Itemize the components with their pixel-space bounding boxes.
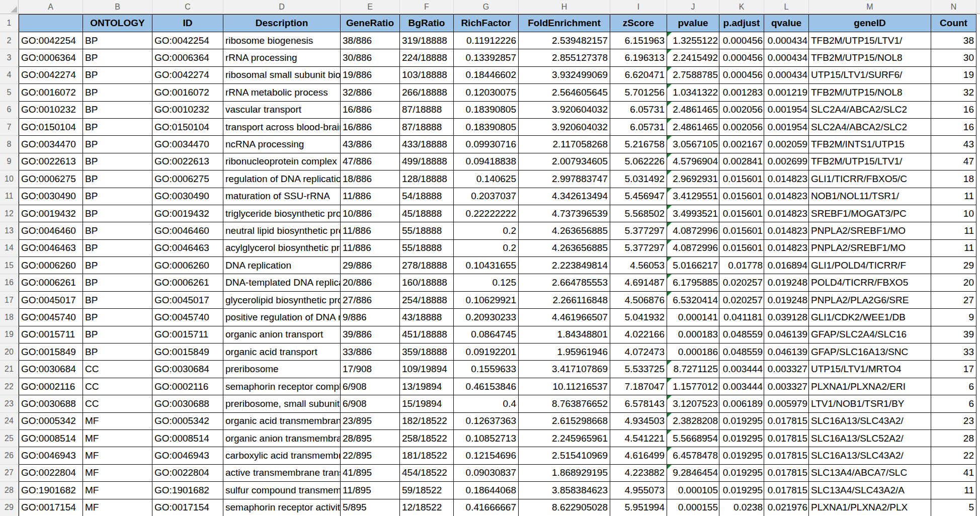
cell-H10[interactable]: 2.997883747 (519, 170, 610, 188)
cell-I15[interactable]: 4.56053 (610, 257, 667, 274)
cell-E22[interactable]: 6/908 (341, 378, 400, 395)
cell-I9[interactable]: 5.062226 (610, 153, 667, 170)
cell-B6[interactable]: BP (83, 102, 152, 119)
row-header-25[interactable]: 25 (0, 430, 19, 447)
cell-D4[interactable]: ribosomal small subunit biogenesis (223, 67, 341, 84)
cell-J22[interactable]: 1.1577012 (667, 378, 719, 395)
cell-F7[interactable]: 87/18888 (400, 119, 454, 136)
cell-H15[interactable]: 2.223849814 (519, 257, 610, 274)
cell-F9[interactable]: 499/18888 (400, 153, 454, 170)
row-header-15[interactable]: 15 (0, 257, 19, 274)
cell-J9[interactable]: 4.5796904 (667, 153, 719, 170)
cell-C4[interactable]: GO:0042274 (152, 67, 223, 84)
cell-M21[interactable]: UTP15/LTV1/MRTO4 (809, 361, 931, 378)
cell-G3[interactable]: 0.13392857 (454, 49, 519, 66)
cell-E19[interactable]: 39/886 (341, 326, 400, 343)
cell-E5[interactable]: 32/886 (341, 84, 400, 101)
header-cell-geneID[interactable]: geneID (809, 14, 931, 32)
cell-B25[interactable]: MF (83, 430, 152, 447)
cell-D18[interactable]: positive regulation of DNA replication (223, 309, 341, 326)
cell-N15[interactable]: 29 (931, 257, 976, 274)
cell-N16[interactable]: 20 (931, 274, 976, 291)
cell-J17[interactable]: 6.5320414 (667, 292, 719, 309)
cell-G14[interactable]: 0.2 (454, 240, 519, 257)
cell-I19[interactable]: 4.022166 (610, 326, 667, 343)
cell-L4[interactable]: 0.000434 (764, 67, 809, 84)
column-header-E[interactable]: E (341, 0, 400, 14)
cell-F4[interactable]: 103/18888 (400, 67, 454, 84)
cell-G29[interactable]: 0.41666667 (454, 499, 519, 516)
column-header-B[interactable]: B (83, 0, 152, 14)
cell-N22[interactable]: 6 (931, 378, 976, 395)
cell-M28[interactable]: SLC13A4/SLC43A2/A (809, 482, 931, 499)
cell-I25[interactable]: 4.541221 (610, 430, 667, 447)
cell-H2[interactable]: 2.539482157 (519, 32, 610, 49)
cell-N14[interactable]: 11 (931, 240, 976, 257)
cell-F15[interactable]: 278/18888 (400, 257, 454, 274)
cell-N4[interactable]: 19 (931, 67, 976, 84)
column-header-H[interactable]: H (519, 0, 610, 14)
cell-M4[interactable]: UTP15/LTV1/SURF6/ (809, 67, 931, 84)
cell-L23[interactable]: 0.005979 (764, 395, 809, 412)
cell-M20[interactable]: GFAP/SLC16A13/SNC (809, 343, 931, 361)
cell-L22[interactable]: 0.003327 (764, 378, 809, 395)
cell-K18[interactable]: 0.041181 (719, 309, 764, 326)
cell-B23[interactable]: CC (83, 395, 152, 412)
cell-K13[interactable]: 0.015601 (719, 222, 764, 239)
cell-K2[interactable]: 0.000456 (719, 32, 764, 49)
cell-J26[interactable]: 6.4578478 (667, 447, 719, 464)
cell-J8[interactable]: 3.0567105 (667, 136, 719, 153)
column-header-L[interactable]: L (764, 0, 809, 14)
cell-D20[interactable]: organic acid transport (223, 343, 341, 361)
cell-A15[interactable]: GO:0006260 (19, 257, 83, 274)
cell-K22[interactable]: 0.003444 (719, 378, 764, 395)
row-header-9[interactable]: 9 (0, 153, 19, 170)
cell-F10[interactable]: 128/18888 (400, 170, 454, 188)
cell-D11[interactable]: maturation of SSU-rRNA (223, 188, 341, 205)
cell-N19[interactable]: 39 (931, 326, 976, 343)
cell-B8[interactable]: BP (83, 136, 152, 153)
cell-L26[interactable]: 0.017815 (764, 447, 809, 464)
cell-E16[interactable]: 20/886 (341, 274, 400, 291)
cell-J14[interactable]: 4.0872996 (667, 240, 719, 257)
cell-K4[interactable]: 0.000456 (719, 67, 764, 84)
cell-A17[interactable]: GO:0045017 (19, 292, 83, 309)
cell-J18[interactable]: 0.000141 (667, 309, 719, 326)
cell-B24[interactable]: MF (83, 413, 152, 430)
cell-E24[interactable]: 23/895 (341, 413, 400, 430)
row-header-24[interactable]: 24 (0, 413, 19, 430)
column-header-I[interactable]: I (610, 0, 667, 14)
cell-K19[interactable]: 0.048559 (719, 326, 764, 343)
column-header-G[interactable]: G (454, 0, 519, 14)
row-header-19[interactable]: 19 (0, 326, 19, 343)
cell-H26[interactable]: 2.515410969 (519, 447, 610, 464)
row-header-3[interactable]: 3 (0, 49, 19, 66)
cell-D8[interactable]: ncRNA processing (223, 136, 341, 153)
cell-N6[interactable]: 16 (931, 102, 976, 119)
row-header-26[interactable]: 26 (0, 447, 19, 464)
cell-F29[interactable]: 12/18522 (400, 499, 454, 516)
cell-G23[interactable]: 0.4 (454, 395, 519, 412)
cell-B17[interactable]: BP (83, 292, 152, 309)
cell-D14[interactable]: acylglycerol biosynthetic process (223, 240, 341, 257)
cell-C2[interactable]: GO:0042254 (152, 32, 223, 49)
cell-G13[interactable]: 0.2 (454, 222, 519, 239)
cell-L25[interactable]: 0.017815 (764, 430, 809, 447)
cell-H18[interactable]: 4.461966507 (519, 309, 610, 326)
cell-H4[interactable]: 3.932499069 (519, 67, 610, 84)
cell-H21[interactable]: 3.417107869 (519, 361, 610, 378)
cell-E12[interactable]: 10/886 (341, 205, 400, 222)
cell-B10[interactable]: BP (83, 170, 152, 188)
cell-H28[interactable]: 3.858384623 (519, 482, 610, 499)
cell-F18[interactable]: 43/18888 (400, 309, 454, 326)
cell-H22[interactable]: 10.11216537 (519, 378, 610, 395)
cell-M14[interactable]: PNPLA2/SREBF1/MO (809, 240, 931, 257)
header-cell-GeneRatio[interactable]: GeneRatio (341, 14, 400, 32)
cell-E3[interactable]: 30/886 (341, 49, 400, 66)
cell-N20[interactable]: 33 (931, 343, 976, 361)
cell-H29[interactable]: 8.622905028 (519, 499, 610, 516)
cell-N12[interactable]: 10 (931, 205, 976, 222)
cell-K10[interactable]: 0.015601 (719, 170, 764, 188)
cell-I4[interactable]: 6.620471 (610, 67, 667, 84)
cell-G22[interactable]: 0.46153846 (454, 378, 519, 395)
